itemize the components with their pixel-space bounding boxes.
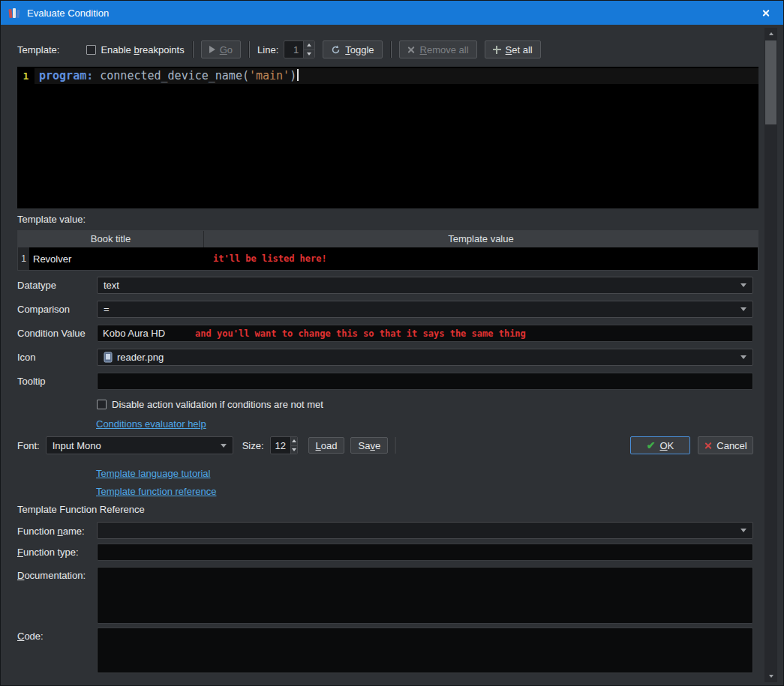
editor-code-area[interactable]: program: connected_device_name('main') — [35, 67, 758, 208]
chevron-down-icon — [740, 355, 746, 359]
remove-icon — [407, 46, 416, 54]
comparison-label: Comparison — [17, 304, 70, 315]
arrow-up-icon — [307, 43, 311, 46]
size-spinner[interactable]: 12 — [270, 436, 298, 454]
toolbar-separator — [192, 41, 194, 58]
window-title: Evaluate Condition — [27, 7, 109, 19]
tooltip-label: Tooltip — [17, 376, 46, 387]
calibre-logo-icon — [8, 6, 21, 19]
set-all-button[interactable]: Set all — [485, 40, 541, 58]
row-number: 1 — [18, 247, 29, 270]
documentation-label: Documentation: — [17, 570, 86, 581]
icon-label: Icon — [17, 352, 36, 363]
book-title-cell: Revolver — [29, 247, 204, 270]
ok-button[interactable]: ✔ OK — [630, 436, 690, 454]
remove-all-button[interactable]: Remove all — [399, 40, 477, 58]
template-function-reference-title: Template Function Reference — [17, 504, 145, 515]
disable-validation-label: Disable action validation if conditions … — [112, 399, 323, 410]
cancel-button[interactable]: Cancel — [698, 436, 753, 454]
arrow-up-icon — [292, 439, 296, 442]
template-value-table: Book title Template value 1 Revolver it'… — [17, 230, 758, 271]
scroll-up-button[interactable] — [764, 28, 777, 40]
separator — [394, 437, 395, 454]
toolbar-separator — [248, 41, 250, 58]
go-button[interactable]: Go — [201, 40, 241, 58]
code-function: connected_device_name( — [93, 69, 249, 82]
arrow-down-icon — [292, 448, 296, 451]
template-language-tutorial-link[interactable]: Template language tutorial — [96, 468, 211, 479]
cancel-x-icon — [704, 442, 712, 450]
table-row[interactable]: 1 Revolver it'll be listed here! — [18, 247, 758, 270]
arrow-up-icon — [769, 32, 773, 35]
chevron-down-icon — [221, 444, 227, 448]
arrow-down-icon — [769, 675, 773, 678]
column-header-template-value[interactable]: Template value — [204, 231, 758, 247]
save-button[interactable]: Save — [350, 437, 388, 454]
function-type-field[interactable] — [97, 544, 753, 561]
chevron-down-icon — [740, 307, 746, 311]
icon-select[interactable]: reader.png — [97, 349, 753, 366]
tooltip-input[interactable] — [97, 373, 753, 390]
text-caret — [297, 69, 299, 81]
evaluate-condition-dialog: Evaluate Condition Template: Enable brea… — [0, 0, 784, 686]
code-keyword: program: — [39, 69, 93, 82]
play-icon — [209, 46, 215, 53]
code-label: Code: — [17, 631, 44, 642]
function-type-label: Function type: — [17, 547, 79, 558]
function-name-select[interactable] — [97, 522, 753, 539]
datatype-select[interactable]: text — [97, 277, 753, 294]
disable-validation-checkbox[interactable] — [97, 400, 107, 409]
size-label: Size: — [242, 440, 264, 451]
line-spinner[interactable]: 1 — [284, 40, 315, 58]
condition-value-annotation: and you'll want to change this so that i… — [195, 328, 526, 339]
template-value-label: Template value: — [17, 214, 86, 225]
scrollbar[interactable] — [764, 28, 777, 682]
enable-breakpoints-label: Enable breakpoints — [101, 44, 184, 55]
check-icon: ✔ — [647, 440, 656, 451]
condition-value-label: Condition Value — [17, 328, 86, 339]
close-icon — [762, 9, 770, 17]
code-paren: ) — [290, 69, 296, 82]
scrollbar-thumb[interactable] — [765, 40, 776, 124]
code-line: program: connected_device_name('main') — [35, 68, 758, 84]
toggle-button[interactable]: Toggle — [323, 40, 382, 58]
chevron-down-icon — [740, 283, 746, 287]
editor-gutter: 1 — [17, 67, 35, 208]
chevron-down-icon — [740, 529, 746, 532]
conditions-evaluator-help-link[interactable]: Conditions evaluator help — [96, 418, 206, 430]
font-select[interactable]: Input Mono — [46, 436, 233, 454]
arrow-down-icon — [307, 52, 311, 55]
titlebar[interactable]: Evaluate Condition — [1, 1, 783, 25]
function-name-label: Function name: — [17, 526, 85, 537]
code-string: 'main' — [249, 69, 290, 82]
font-label: Font: — [17, 440, 40, 451]
table-header: Book title Template value — [18, 231, 758, 247]
load-button[interactable]: Load — [308, 437, 345, 454]
spin-down-button[interactable] — [291, 445, 297, 454]
spin-down-button[interactable] — [304, 49, 314, 58]
template-value-cell: it'll be listed here! — [204, 247, 758, 270]
scroll-down-button[interactable] — [764, 670, 777, 682]
datatype-label: Datatype — [17, 280, 56, 291]
line-label: Line: — [257, 44, 278, 55]
close-button[interactable] — [749, 1, 783, 25]
toolbar-separator — [390, 41, 392, 58]
template-label: Template: — [17, 44, 59, 55]
comparison-select[interactable]: = — [97, 301, 753, 318]
spin-up-button[interactable] — [291, 437, 297, 445]
documentation-textarea[interactable] — [97, 567, 753, 624]
spin-up-button[interactable] — [304, 41, 314, 49]
plus-icon — [493, 46, 501, 54]
enable-breakpoints-checkbox[interactable] — [86, 45, 96, 55]
template-function-reference-link[interactable]: Template function reference — [96, 486, 216, 497]
toggle-breakpoint-icon — [331, 45, 341, 55]
line-number: 1 — [23, 70, 29, 82]
reader-icon — [104, 352, 113, 363]
template-editor[interactable]: 1 program: connected_device_name('main') — [17, 67, 758, 208]
code-textarea[interactable] — [97, 628, 753, 673]
column-header-book-title[interactable]: Book title — [18, 231, 204, 247]
condition-value-input[interactable]: Kobo Aura HD and you'll want to change t… — [97, 325, 753, 342]
